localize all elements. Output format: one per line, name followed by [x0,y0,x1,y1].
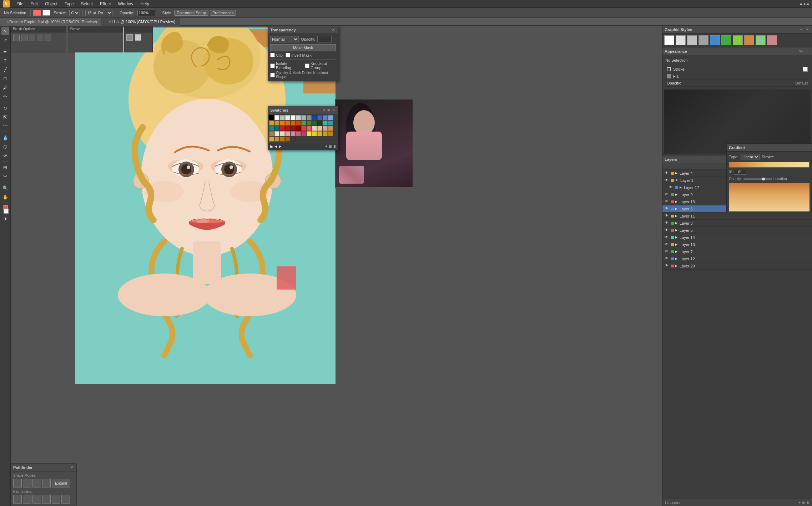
swatch-blue3[interactable] [323,115,328,120]
pathfinder-unite[interactable] [13,479,22,487]
swatch-pink2[interactable] [291,131,296,136]
warp-tool[interactable]: 〰 [1,122,9,130]
layer-1-eye[interactable]: 👁 [665,178,670,183]
menu-item-help[interactable]: Help [137,1,152,7]
swatch-brown2[interactable] [274,137,279,142]
artboard-tool[interactable]: ⊞ [1,163,9,171]
brush-opt-5[interactable] [45,35,51,41]
blend-mode-select[interactable]: Normal [270,36,299,42]
stroke-color-swatch[interactable] [42,10,50,16]
color-swatch-sm-2[interactable] [135,34,141,41]
swatch-teal2[interactable] [328,121,333,126]
layer-4-arrow[interactable]: ▶ [675,172,677,175]
swatch-pink1[interactable] [285,131,290,136]
swatch-green1[interactable] [301,121,306,126]
gs-swatch-4[interactable] [698,35,708,45]
gs-swatch-6[interactable] [721,35,731,45]
layer-11-arrow[interactable]: ▶ [675,214,677,218]
swatches-list-view[interactable]: ≡ [323,108,326,112]
invert-mask-label[interactable]: Invert Mask [286,53,312,57]
swatch-brown4[interactable] [285,137,290,142]
swatches-add[interactable]: + [325,144,327,148]
menu-item-edit[interactable]: Edit [27,1,41,7]
swatches-new-group[interactable]: 🖿 [269,144,273,148]
swatch-skin2[interactable] [317,126,322,131]
swatch-orange3[interactable] [285,121,290,126]
gs-swatch-9[interactable] [756,35,766,45]
swatch-skin5[interactable] [269,131,274,136]
swatch-blue4[interactable] [328,115,333,120]
line-tool[interactable]: ╱ [1,66,9,73]
hand-tool[interactable]: ✋ [1,193,9,201]
rect-tool[interactable]: □ [1,75,9,82]
layer-13-eye[interactable]: 👁 [665,199,670,204]
opacity-value[interactable]: 100% [317,36,332,42]
swatch-red5[interactable] [301,126,306,131]
stroke-select[interactable]: C [69,10,80,16]
layer-9-eye[interactable]: 👁 [665,192,670,197]
swatch-orange5[interactable] [296,121,301,126]
swatch-white[interactable] [274,115,279,120]
tab-2[interactable]: ✕ 11.ai @ 100% (CMYK/GPU Preview) [102,18,180,26]
swatch-yellow5[interactable] [323,131,328,136]
pathfinder-minus-back[interactable] [61,495,70,504]
swatch-skin3[interactable] [323,126,328,131]
swatch-teal1[interactable] [323,121,328,126]
opacity-mask-label[interactable]: Opacity & Mask Define Knockout Shape [270,71,336,79]
swatch-gray2[interactable] [296,115,301,120]
make-mask-btn[interactable]: Make Mask [270,44,336,51]
swatch-green2[interactable] [307,121,312,126]
layer-row-14[interactable]: 👁 ▶ Layer 14 [662,234,812,241]
opacity-mask-checkbox[interactable] [270,73,275,77]
photo-reference-panel[interactable] [335,99,413,188]
pencil-tool[interactable]: ✏ [1,92,9,100]
layer-8-eye[interactable]: 👁 [665,221,670,226]
invert-mask-checkbox[interactable] [286,53,290,57]
pathfinder-trim[interactable] [23,495,31,504]
menu-item-window[interactable]: Window [115,1,136,7]
swatches-next[interactable]: ▶ [279,144,282,148]
pathfinder-exclude[interactable] [42,479,51,487]
swatch-pale1[interactable] [274,131,279,136]
type-tool[interactable]: T [1,57,9,65]
swatch-orange1[interactable] [274,121,279,126]
pathfinder-divide[interactable] [13,495,22,504]
swatch-pale2[interactable] [280,131,285,136]
selection-tool[interactable]: ↖ [1,27,9,35]
stroke-swatch[interactable] [4,209,9,214]
gs-close[interactable]: ✕ [805,27,810,32]
menu-item-select[interactable]: Select [78,1,96,7]
opacity-handle[interactable] [762,178,765,180]
pen-tool[interactable]: ✒ [1,48,9,56]
layer-4-eye[interactable]: 👁 [665,171,670,176]
layers-new-layer-2[interactable]: ⊕ [802,501,805,505]
clip-label[interactable]: Clip [270,53,283,57]
gs-swatch-2[interactable] [676,35,686,45]
gs-swatch-1[interactable] [664,35,674,45]
tab-1[interactable]: ✕ Deseret Empire 2.ai @ 100% (RGB/GPU Pr… [0,18,102,26]
color-swatch-sm-1[interactable] [126,34,133,41]
pathfinder-outline[interactable] [52,495,60,504]
blend-tool[interactable]: ⬡ [1,143,9,150]
preferences-button[interactable]: Preferences [210,10,236,16]
tab-1-close[interactable]: ✕ [6,20,9,24]
menu-item-type[interactable]: Type [62,1,77,7]
swatches-grid-view[interactable]: ⊞ [327,108,331,112]
layer-6-arrow[interactable]: ▶ [675,207,677,210]
swatch-lightgray[interactable] [285,115,290,120]
gs-swatch-7[interactable] [733,35,743,45]
gs-swatch-8[interactable] [744,35,754,45]
layer-row-5[interactable]: 👁 ▶ Layer 5 [662,227,812,234]
swatches-menu[interactable]: ✕ [332,108,336,112]
swatch-red1[interactable] [280,126,285,131]
rotate-tool[interactable]: ↻ [1,104,9,112]
menu-item-effect[interactable]: Effect [97,1,114,7]
swatch-pink4[interactable] [301,131,306,136]
swatch-yellow4[interactable] [317,131,322,136]
gradient-header[interactable]: Gradient [727,144,812,152]
swatch-yellow1[interactable] [269,121,274,126]
gradient-type-select[interactable]: Linear [741,154,760,160]
layer-9-arrow[interactable]: ▶ [675,193,677,196]
isolate-label[interactable]: Isolate Blending Knockout Group [270,61,336,70]
pathfinder-crop[interactable] [42,495,51,504]
